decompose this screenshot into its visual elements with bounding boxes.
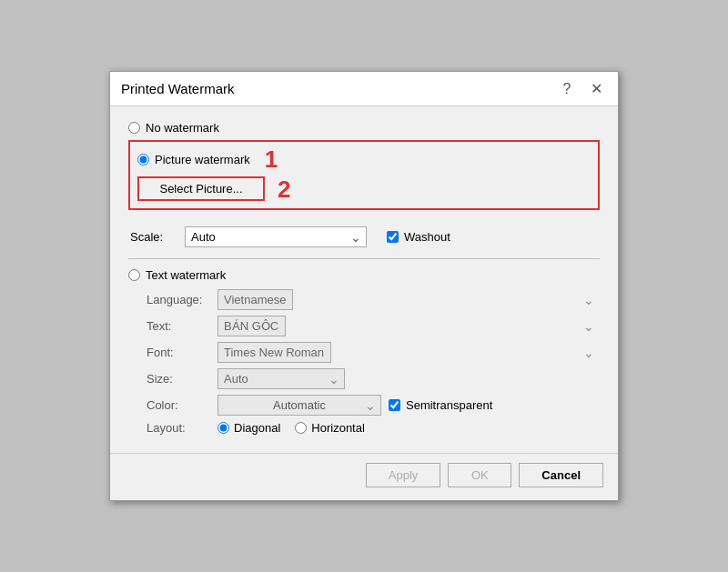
washout-checkbox[interactable] <box>387 231 399 243</box>
size-label: Size: <box>147 372 210 386</box>
size-select[interactable]: Auto <box>217 368 345 389</box>
dialog-body: No watermark Picture watermark 1 Select … <box>110 106 618 453</box>
text-row: Text: BẢN GỐC <box>128 316 600 336</box>
font-row: Font: Times New Roman <box>128 342 600 363</box>
size-row: Size: Auto <box>128 368 600 389</box>
help-button[interactable]: ? <box>556 78 578 100</box>
picture-watermark-radio-row: Picture watermark 1 <box>137 147 591 171</box>
layout-horizontal-radio[interactable] <box>295 422 307 434</box>
semitransparent-label[interactable]: Semitransparent <box>406 398 492 412</box>
text-watermark-section: Text watermark Language: Vietnamese Text… <box>128 268 600 435</box>
dialog-title: Printed Watermark <box>121 81 234 96</box>
picture-watermark-section: Picture watermark 1 Select Picture... 2 <box>128 140 600 210</box>
scale-row: Scale: Auto Washout <box>128 226 600 247</box>
titlebar-actions: ? ✕ <box>556 78 607 100</box>
scale-label: Scale: <box>130 230 176 244</box>
layout-options: Diagonal Horizontal <box>217 421 365 435</box>
text-watermark-radio-row: Text watermark <box>128 268 600 282</box>
text-select[interactable]: BẢN GỐC <box>217 316 286 336</box>
dialog-footer: Apply OK Cancel <box>110 453 618 500</box>
layout-row: Layout: Diagonal Horizontal <box>128 421 600 435</box>
font-label: Font: <box>147 346 210 359</box>
font-select[interactable]: Times New Roman <box>217 342 331 363</box>
dialog-titlebar: Printed Watermark ? ✕ <box>110 72 618 106</box>
font-select-wrapper: Times New Roman <box>217 342 600 363</box>
scale-select-wrapper: Auto <box>185 226 367 247</box>
apply-button[interactable]: Apply <box>366 463 441 487</box>
color-select[interactable]: Automatic <box>217 395 381 416</box>
layout-diagonal-option[interactable]: Diagonal <box>217 421 280 435</box>
ok-button[interactable]: OK <box>448 463 511 487</box>
no-watermark-radio[interactable] <box>128 122 140 134</box>
semitransparent-row: Semitransparent <box>389 398 492 412</box>
language-label: Language: <box>147 293 210 306</box>
layout-horizontal-option[interactable]: Horizontal <box>295 421 365 435</box>
text-select-wrapper: BẢN GỐC <box>217 316 600 336</box>
language-select-wrapper: Vietnamese <box>217 289 600 310</box>
layout-diagonal-label: Diagonal <box>234 421 280 435</box>
semitransparent-checkbox[interactable] <box>389 399 400 411</box>
washout-label[interactable]: Washout <box>404 230 450 244</box>
washout-row: Washout <box>387 230 450 244</box>
divider <box>128 258 600 259</box>
language-select[interactable]: Vietnamese <box>217 289 293 310</box>
select-picture-btn-row: Select Picture... 2 <box>137 176 591 201</box>
no-watermark-label[interactable]: No watermark <box>146 121 219 135</box>
size-select-wrapper: Auto <box>217 368 345 389</box>
layout-label: Layout: <box>147 421 210 435</box>
layout-horizontal-label: Horizontal <box>311 421 365 435</box>
close-button[interactable]: ✕ <box>585 78 607 100</box>
annotation-1: 1 <box>265 147 278 171</box>
language-row: Language: Vietnamese <box>128 289 600 310</box>
text-watermark-label[interactable]: Text watermark <box>146 268 226 282</box>
scale-select[interactable]: Auto <box>185 226 367 247</box>
cancel-button[interactable]: Cancel <box>519 463 603 487</box>
color-label: Color: <box>147 398 210 412</box>
color-select-wrapper: Automatic <box>217 395 381 416</box>
color-row: Color: Automatic Semitransparent <box>128 395 600 416</box>
text-watermark-radio[interactable] <box>128 269 140 281</box>
layout-diagonal-radio[interactable] <box>217 422 229 434</box>
picture-watermark-label[interactable]: Picture watermark <box>155 153 250 166</box>
picture-watermark-radio[interactable] <box>137 154 149 166</box>
text-label: Text: <box>147 319 210 333</box>
select-picture-button[interactable]: Select Picture... <box>137 176 265 201</box>
annotation-2: 2 <box>278 177 290 201</box>
printed-watermark-dialog: Printed Watermark ? ✕ No watermark Pictu… <box>109 71 619 501</box>
no-watermark-row: No watermark <box>128 121 600 135</box>
